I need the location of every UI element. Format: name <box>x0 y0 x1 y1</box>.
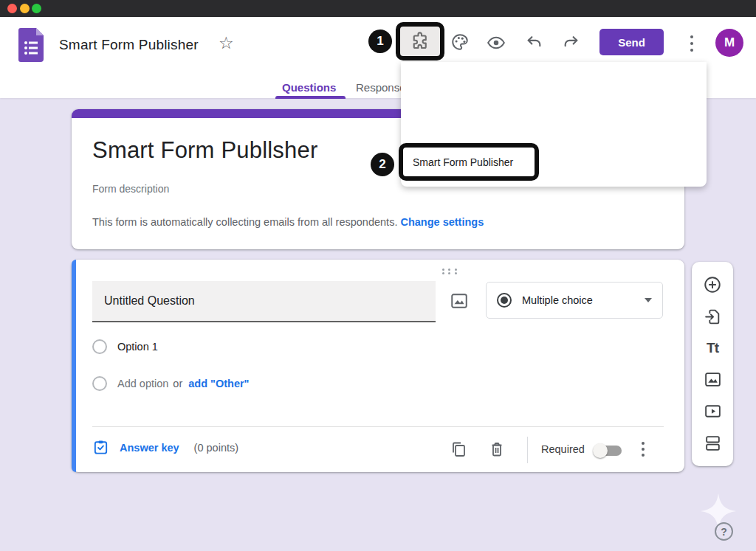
zoom-window-button[interactable] <box>32 4 41 13</box>
step-2-badge: 2 <box>371 153 394 176</box>
add-other-link[interactable]: add "Other" <box>188 378 249 389</box>
redo-icon[interactable] <box>562 34 581 53</box>
window-titlebar <box>0 0 756 17</box>
add-question-icon[interactable] <box>703 275 722 294</box>
option-radio-icon[interactable] <box>92 339 107 354</box>
screen: Smart Form Publisher ☆ <box>0 0 756 551</box>
active-tab-underline <box>275 96 346 99</box>
footer-divider-vertical <box>527 437 528 463</box>
add-option-radio-icon <box>92 376 107 391</box>
minimize-window-button[interactable] <box>20 4 30 13</box>
account-avatar[interactable]: M <box>715 29 743 57</box>
question-title-input[interactable] <box>92 281 436 322</box>
addon-menu-item-highlighted[interactable]: Smart Form Publisher <box>399 143 539 181</box>
tab-questions[interactable]: Questions <box>282 81 336 94</box>
theme-palette-icon[interactable] <box>450 32 470 52</box>
addons-highlight-box[interactable] <box>396 22 444 60</box>
required-toggle[interactable] <box>595 446 622 456</box>
question-type-label: Multiple choice <box>522 294 645 306</box>
star-icon[interactable]: ☆ <box>219 35 234 52</box>
points-label: (0 points) <box>194 442 238 454</box>
active-question-indicator <box>72 260 76 472</box>
add-question-image-icon[interactable] <box>450 291 469 311</box>
step-1-badge: 1 <box>368 30 392 53</box>
email-collection-notice: This form is automatically collecting em… <box>92 216 484 228</box>
chevron-down-icon <box>645 298 652 302</box>
answer-key-button[interactable]: Answer key (0 points) <box>92 439 238 456</box>
add-section-icon[interactable] <box>703 434 722 453</box>
add-option-row[interactable]: Add option or add "Other" <box>92 376 249 391</box>
form-side-toolbar: Tt <box>692 262 733 466</box>
addon-menu-item-label[interactable]: Smart Form Publisher <box>413 156 513 168</box>
send-button[interactable]: Send <box>599 29 664 55</box>
question-footer-divider <box>92 426 664 427</box>
close-window-button[interactable] <box>7 4 17 13</box>
form-description[interactable]: Form description <box>92 183 169 195</box>
answer-key-label: Answer key <box>120 442 179 454</box>
preview-eye-icon[interactable] <box>487 33 506 52</box>
duplicate-icon[interactable] <box>450 440 467 458</box>
help-icon[interactable]: ? <box>715 522 733 541</box>
drag-handle-icon[interactable] <box>440 268 459 275</box>
addons-puzzle-icon[interactable] <box>409 30 431 52</box>
multiple-choice-icon <box>497 293 512 308</box>
delete-icon[interactable] <box>488 440 506 458</box>
google-forms-logo-icon[interactable] <box>18 28 44 62</box>
email-notice-text: This form is automatically collecting em… <box>92 216 397 228</box>
option-1-label[interactable]: Option 1 <box>117 341 158 353</box>
required-label: Required <box>541 443 585 455</box>
answer-key-icon <box>92 439 109 456</box>
add-title-description-icon[interactable]: Tt <box>703 339 722 358</box>
add-option-label[interactable]: Add option <box>117 378 168 389</box>
question-card[interactable]: Multiple choice Option 1 Add option or a… <box>72 260 684 472</box>
add-image-icon[interactable] <box>703 370 722 389</box>
or-label: or <box>173 378 182 389</box>
form-title[interactable]: Smart Form Publlsher <box>92 137 317 164</box>
add-video-icon[interactable] <box>703 402 722 421</box>
question-type-dropdown[interactable]: Multiple choice <box>486 282 663 319</box>
undo-icon[interactable] <box>525 34 544 53</box>
question-more-options-icon[interactable] <box>639 440 647 459</box>
import-questions-icon[interactable] <box>703 307 722 326</box>
more-options-icon[interactable] <box>687 33 696 54</box>
option-row-1[interactable]: Option 1 <box>92 339 158 354</box>
toggle-knob <box>593 443 608 458</box>
change-settings-link[interactable]: Change settings <box>400 216 484 228</box>
form-title-header[interactable]: Smart Form Publisher <box>59 37 199 53</box>
